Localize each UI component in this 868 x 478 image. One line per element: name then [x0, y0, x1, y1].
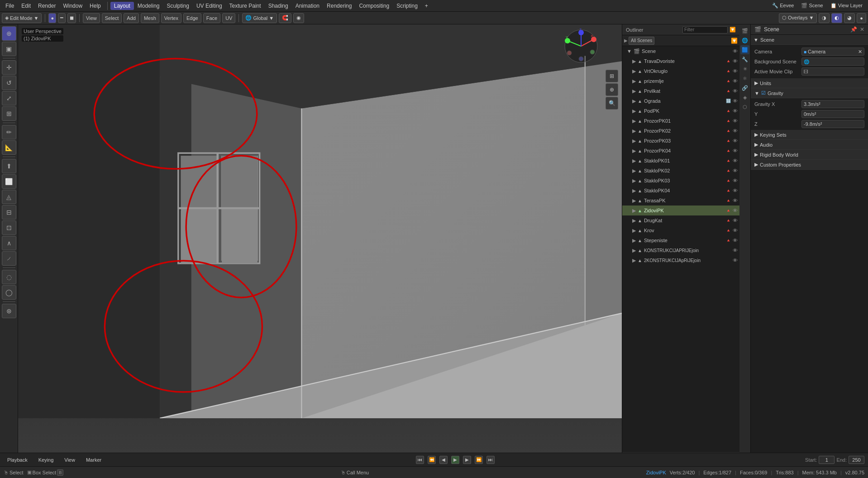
edge-mode-btn[interactable]: ━ — [58, 13, 66, 23]
prop-object-data-icon[interactable]: ◈ — [740, 93, 749, 102]
item-restrict-14[interactable]: 🔺 — [726, 188, 731, 193]
outliner-item-staklopk01[interactable]: ▶ ▲ StakloPK01 🔺 👁 — [622, 156, 739, 166]
item-restrict-3[interactable]: 🔺 — [726, 79, 731, 83]
keying-sets-section[interactable]: ▶ Keying Sets — [751, 130, 868, 140]
outliner-scene-root[interactable]: ▼ 🎬 Scene 👁 — [622, 46, 739, 56]
workspace-rendering[interactable]: Rendering — [323, 2, 355, 10]
item-eye-18[interactable]: 👁 — [733, 228, 738, 233]
item-eye-3[interactable]: 👁 — [733, 78, 738, 84]
workspace-animation[interactable]: Animation — [292, 2, 323, 10]
prev-keyframe-btn[interactable]: ⏪ — [428, 456, 436, 464]
smooth-tool[interactable]: ◯ — [2, 285, 16, 300]
gravity-y-value[interactable]: 0m/s² — [801, 110, 864, 118]
scene-name[interactable]: 🎬 Scene — [797, 2, 826, 10]
grid-toggle[interactable]: ⊞ — [606, 70, 618, 82]
render-mode-solid[interactable]: ◐ — [831, 13, 842, 23]
outliner-item-staklopk03[interactable]: ▶ ▲ StakloPK03 🔺 👁 — [622, 176, 739, 186]
menu-file[interactable]: File — [2, 2, 18, 10]
prop-material-icon[interactable]: ⬡ — [740, 102, 749, 111]
close-prop-icon[interactable]: ✕ — [860, 26, 864, 33]
navigation-gizmo[interactable]: X Y Z — [563, 28, 599, 64]
item-eye-16[interactable]: 👁 — [733, 208, 738, 213]
outliner-item-podpk[interactable]: ▶ ▲ PodPK 🔺 👁 — [622, 106, 739, 116]
item-eye-17[interactable]: 👁 — [733, 218, 738, 223]
bevel-tool[interactable]: ◬ — [2, 190, 16, 204]
proportional-edit-btn[interactable]: ◉ — [293, 13, 304, 23]
rigid-body-section[interactable]: ▶ Rigid Body World — [751, 150, 868, 160]
item-restrict-11[interactable]: 🔺 — [726, 158, 731, 163]
workspace-compositing[interactable]: Compositing — [355, 2, 393, 10]
outliner-item-krov[interactable]: ▶ ▲ Krov 🔺 👁 — [622, 225, 739, 235]
menu-edit[interactable]: Edit — [18, 2, 34, 10]
audio-section[interactable]: ▶ Audio — [751, 140, 868, 150]
prop-particles-icon[interactable]: ✳ — [740, 64, 749, 73]
render-mode-material[interactable]: ◕ — [844, 13, 855, 23]
outliner-funnel-icon[interactable]: 🔽 — [731, 38, 738, 44]
workspace-add[interactable]: + — [421, 2, 432, 10]
item-eye-19[interactable]: 👁 — [733, 238, 738, 243]
item-restrict-4[interactable]: 🔺 — [726, 89, 731, 93]
movie-clip-value[interactable]: 🎞 — [801, 67, 864, 76]
item-eye-13[interactable]: 👁 — [733, 178, 738, 183]
select-box-tool[interactable]: ▣ — [2, 42, 16, 56]
custom-props-section[interactable]: ▶ Custom Properties — [751, 160, 868, 170]
item-eye-10[interactable]: 👁 — [733, 148, 738, 153]
item-eye-icon[interactable]: 👁 — [733, 58, 738, 64]
item-eye-11[interactable]: 👁 — [733, 158, 738, 163]
item-restrict-5[interactable]: 🔢 — [726, 99, 731, 103]
outliner-item-prizremlje[interactable]: ▶ ▲ prizemlje 🔺 👁 — [622, 76, 739, 86]
bg-scene-value[interactable]: 🌐 — [801, 57, 864, 66]
workspace-layout[interactable]: Layout — [110, 2, 134, 10]
mesh-btn[interactable]: Mesh — [141, 13, 159, 23]
gravity-checkbox[interactable]: ☑ — [761, 90, 766, 96]
item-restrict-13[interactable]: 🔺 — [726, 178, 731, 183]
search-btn[interactable]: 🔍 — [606, 97, 618, 110]
bisect-tool[interactable]: ⟋ — [2, 251, 16, 266]
item-restrict-16[interactable]: 🔺 — [726, 208, 731, 213]
view-layer[interactable]: 📋 View Layer — [827, 2, 866, 10]
offset-edge-tool[interactable]: ⊡ — [2, 220, 16, 235]
item-eye-12[interactable]: 👁 — [733, 168, 738, 173]
gravity-section-header[interactable]: ▼ ☑ Gravity — [751, 88, 868, 98]
extrude-tool[interactable]: ⬆ — [2, 159, 16, 173]
marker-menu[interactable]: Marker — [82, 456, 105, 464]
play-btn[interactable]: ▶ — [451, 456, 459, 464]
cursor-tool[interactable]: ⊕ — [2, 26, 16, 41]
outliner-item-drugkat[interactable]: ▶ ▲ DrugKat 🔺 👁 — [622, 215, 739, 225]
workspace-texture-paint[interactable]: Texture Paint — [226, 2, 265, 10]
item-eye-5[interactable]: 👁 — [733, 98, 738, 104]
pin-icon[interactable]: 📌 — [850, 26, 857, 33]
overlay-toggle[interactable]: ⬡ Overlays ▼ — [779, 13, 817, 23]
outliner-item-stepeniste[interactable]: ▶ ▲ Stepeniste 🔺 👁 — [622, 235, 739, 245]
workspace-scripting[interactable]: Scripting — [393, 2, 421, 10]
prop-scene-icon[interactable]: 🎬 — [740, 26, 749, 35]
viewport-3d[interactable]: User Perspective (1) ZidoviPK X Y Z — [18, 24, 622, 453]
scale-tool[interactable]: ⤢ — [2, 91, 16, 105]
start-frame[interactable]: 1 — [819, 456, 835, 464]
face-btn[interactable]: Face — [203, 13, 220, 23]
outliner-item-staklopk02[interactable]: ▶ ▲ StakloPK02 🔺 👁 — [622, 166, 739, 176]
prop-modifier-icon[interactable]: 🔧 — [740, 55, 749, 64]
move-tool[interactable]: ✛ — [2, 60, 16, 75]
prop-physics-icon[interactable]: ⚛ — [740, 74, 749, 83]
item-eye-7[interactable]: 👁 — [733, 118, 738, 124]
loop-cut-tool[interactable]: ⊟ — [2, 205, 16, 220]
engine-selector[interactable]: 🔧 Eevee — [768, 2, 797, 10]
item-eye-2[interactable]: 👁 — [733, 68, 738, 74]
render-mode-rendered[interactable]: ● — [857, 13, 866, 23]
item-restrict-18[interactable]: 🔺 — [726, 228, 731, 233]
vertex-mode-btn[interactable]: ● — [48, 13, 56, 23]
select-btn[interactable]: Select — [102, 13, 122, 23]
item-restrict-12[interactable]: 🔺 — [726, 168, 731, 173]
keying-menu[interactable]: Keying — [35, 456, 57, 464]
shrink-fatten-tool[interactable]: ⊛ — [2, 304, 16, 318]
filter-scenes-btn[interactable]: All Scenes — [629, 37, 654, 45]
camera-value[interactable]: ■ Camera ✕ — [801, 48, 864, 56]
item-restrict-9[interactable]: 🔺 — [726, 139, 731, 143]
annotate-tool[interactable]: ✏ — [2, 125, 16, 139]
workspace-uv-editing[interactable]: UV Editing — [193, 2, 226, 10]
end-frame[interactable]: 250 — [849, 456, 864, 464]
menu-help[interactable]: Help — [86, 2, 105, 10]
snap-btn[interactable]: 🧲 — [279, 13, 291, 23]
next-keyframe-btn[interactable]: ⏩ — [475, 456, 483, 464]
